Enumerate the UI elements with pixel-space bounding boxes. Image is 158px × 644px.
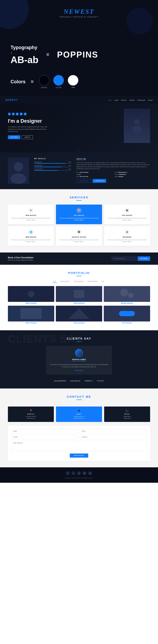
portfolio-label-4: PRINT DESIGN: [8, 322, 54, 324]
typography-equals: =: [46, 52, 49, 58]
skill-photoshop-fill: [34, 163, 66, 164]
phone-icon: 📞: [107, 409, 148, 412]
cta-submit-button[interactable]: GET MORE: [138, 256, 150, 261]
service-card-web-design-2: 🌐 WEB DESIGN There are many notable good…: [8, 226, 54, 246]
social-facebook-icon[interactable]: f: [8, 112, 11, 116]
about-section: MY SKILLS PHOTOSHOP85% ILLUSTRATOR75%: [0, 152, 158, 189]
portfolio-label-2: VIDEO DESIGN: [56, 303, 102, 304]
typography-arrow: ↓: [10, 51, 38, 54]
nav-link-testimonials[interactable]: Testimonials: [137, 100, 145, 101]
hero-text: f t in g y I'm a Designer I'm a designer…: [8, 112, 79, 139]
graphic-design-icon: 🖼: [76, 230, 82, 235]
portfolio-title-block: PORTFOLIO: [8, 271, 150, 276]
footer-facebook-icon[interactable]: f: [66, 471, 70, 475]
social-instagram-icon[interactable]: in: [16, 112, 19, 116]
testimonial-stars: ★★★★★: [49, 369, 108, 371]
service-desc-web-design-1: There are many notable good web designer…: [10, 217, 51, 221]
nav-link-about[interactable]: About: [114, 100, 118, 101]
service-card-web-design-1: ✏ WEB DESIGN There are many notable good…: [8, 204, 54, 224]
portfolio-label-1: PRINT DESIGN: [8, 303, 54, 304]
filter-video[interactable]: VIDEO DESIGN: [73, 280, 84, 283]
social-twitter-icon[interactable]: t: [12, 112, 15, 116]
font-name: POPPINS: [57, 50, 98, 60]
contact-submit-button[interactable]: SEND MESSAGE: [70, 454, 88, 458]
web-design-icon: ✏: [28, 208, 34, 213]
contact-title-block: CONTACT ME: [8, 395, 150, 400]
contact-title: CONTACT ME: [8, 395, 150, 398]
filter-print[interactable]: PRINT DESIGN: [59, 280, 70, 283]
filter-app[interactable]: APP: [101, 280, 106, 283]
portfolio-thumb-2: [56, 286, 102, 302]
contact-name-input[interactable]: [11, 429, 78, 433]
skill-illustrator-label: ILLUSTRATOR75%: [34, 165, 71, 166]
contact-email-input[interactable]: [80, 429, 147, 433]
footer-twitter-icon[interactable]: t: [72, 471, 76, 475]
contact-phone-input[interactable]: [11, 435, 78, 439]
header-section: NEWEST PERSONAL PORTFOLIO CONCEPT: [0, 0, 158, 40]
footer-youtube-icon[interactable]: yt: [88, 471, 92, 475]
footer-section: f t in G+ yt Copyright © 2019 CANEER. Al…: [0, 467, 158, 483]
client-logo-sweety: SWEETY: [85, 380, 93, 382]
testimonials-title-block: CLIENTS SAY: [8, 337, 150, 342]
address-icon: 📍: [10, 409, 51, 412]
service-card-art-design: 🎨 ART DESIGN There are many notable good…: [56, 204, 102, 224]
swatch-label-white: #ffffff: [71, 86, 75, 88]
client-logo-topunes: TOPUNES: [97, 380, 104, 382]
nav-link-home[interactable]: Home: [108, 100, 112, 101]
service-card-app-design: 💻 APP DESIGN There are many notable good…: [104, 204, 150, 224]
service-desc-branding: There are many notable good web designer…: [107, 239, 148, 243]
service-name-art-design: ART DESIGN: [58, 214, 99, 216]
portfolio-thumb-4: [8, 306, 54, 322]
cta-email-input[interactable]: [112, 256, 138, 261]
portfolio-thumb-3: [104, 286, 150, 302]
svg-point-11: [128, 293, 134, 298]
send-message-button[interactable]: SEND MESSAGE: [76, 179, 92, 183]
hero-description: I'm a designer with extensive experience…: [8, 126, 48, 133]
portfolio-item-6: APP DESIGN: [104, 306, 150, 324]
services-title-line: [76, 200, 82, 200]
about-info-name: Name: Edna Kennedy: [76, 172, 112, 173]
contact-phone-detail: +888-0166-22+888-0166-22: [107, 416, 148, 420]
web-design-2-icon: 🌐: [28, 230, 34, 235]
footer-instagram-icon[interactable]: in: [77, 471, 81, 475]
testimonial-card: MARTHA JONES GRAPHIC DESIGNER I have bee…: [46, 346, 112, 375]
skill-illustrator-fill: [34, 167, 62, 167]
nav-link-portfolio[interactable]: Portfolio: [129, 100, 134, 101]
nav-link-contact[interactable]: Contact: [148, 100, 153, 101]
svg-rect-17: [119, 311, 135, 316]
contact-subject-input[interactable]: [80, 435, 147, 439]
social-youtube-icon[interactable]: y: [24, 112, 26, 116]
svg-rect-13: [20, 308, 42, 319]
portfolio-thumb-6: [104, 306, 150, 322]
nav-link-services[interactable]: Services: [121, 100, 126, 101]
social-google-icon[interactable]: g: [20, 112, 23, 116]
filter-all[interactable]: ALL: [52, 280, 57, 283]
contact-message-textarea[interactable]: [11, 441, 147, 452]
skill-photoshop: PHOTOSHOP85%: [34, 162, 71, 164]
colors-title: Colors: [10, 79, 26, 84]
filter-brand[interactable]: BRAND DESIGN: [86, 280, 98, 283]
svg-point-10: [120, 289, 128, 296]
svg-point-4: [10, 173, 26, 184]
hire-me-button[interactable]: HIRE ME NOW: [93, 179, 106, 183]
svg-point-6: [28, 291, 34, 297]
about-info-age: Age: 25: [76, 174, 112, 175]
testimonial-role: GRAPHIC DESIGNER: [49, 360, 108, 362]
about-text-column: ABOUT ME Hi! my name is Edna Kennedy. I …: [76, 158, 150, 184]
portfolio-section: PORTFOLIO ALL PRINT DESIGN VIDEO DESIGN …: [0, 265, 158, 330]
footer-googleplus-icon[interactable]: G+: [82, 471, 86, 475]
skill-aftereffect-label: AFTER EFFECT65%: [34, 168, 71, 170]
nav-logo: NEWEST: [5, 98, 18, 101]
portfolio-label-3: BRAND DESIGN: [104, 303, 150, 304]
view-cv-button[interactable]: VIEW CV: [22, 135, 33, 139]
service-name-web-design-1: WEB DESIGN: [10, 214, 51, 216]
testimonials-section: CLIENTS SAY CLIENTS SAY MARTHA JONES GRA…: [0, 330, 158, 388]
colors-section: Colors = #010312 #117bfb #ffffff: [0, 72, 158, 96]
navigation: NEWEST Home About Services Portfolio Tes…: [0, 96, 158, 104]
typography-title: Typography: [10, 45, 38, 50]
lets-talk-button[interactable]: LET'S TALK: [8, 135, 20, 139]
portfolio-thumb-1: [8, 286, 54, 302]
hero-content: f t in g y I'm a Designer I'm a designer…: [0, 104, 158, 148]
footer-copyright: Copyright © 2019 CANEER. All Rights Rese…: [8, 477, 150, 479]
swatch-label-blue: #117bfb: [56, 86, 61, 88]
